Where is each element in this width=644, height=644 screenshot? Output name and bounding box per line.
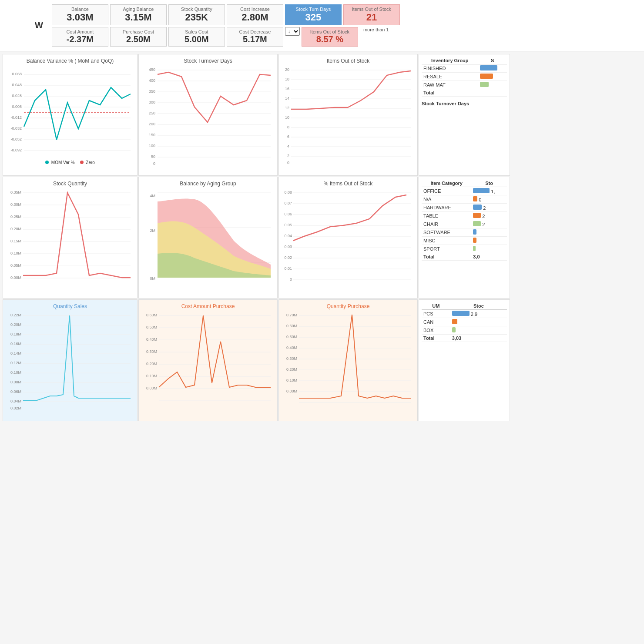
kpi-balance: Balance 3.03M: [52, 4, 108, 25]
svg-text:-0.052: -0.052: [10, 137, 22, 141]
table-row: HARDWARE 2: [422, 204, 507, 212]
chart-qty-sales: 0.22M 0.20M 0.18M 0.16M 0.14M 0.12M 0.10…: [7, 311, 133, 407]
svg-text:0.15M: 0.15M: [10, 239, 21, 243]
panel-pct-items-out: % Items Out of Stock 0.08 0.07 0.06 0.05…: [278, 177, 418, 299]
svg-text:0.08: 0.08: [284, 190, 292, 195]
svg-text:0.01: 0.01: [284, 266, 292, 271]
panel-items-out: Items Out of Stock 20 18 16 14 12 10 8: [278, 54, 418, 176]
svg-text:0.40M: 0.40M: [286, 345, 297, 350]
table-row: TABLE 2: [422, 212, 507, 220]
svg-text:0.03: 0.03: [284, 245, 292, 249]
panel-inventory-table: Inventory Group S FINISHED RESALE RAW MA…: [419, 54, 510, 176]
table-row: BOX: [422, 326, 507, 335]
chart-stock-turnover: 450 400 350 300 250 200 150 100 50 0: [142, 66, 273, 161]
panel-cost-purchase: Cost Amount Purchase 0.60M 0.50M 0.40M 0…: [138, 299, 278, 421]
svg-text:0.20M: 0.20M: [10, 227, 21, 231]
svg-text:0.60M: 0.60M: [146, 313, 157, 317]
svg-text:0.068: 0.068: [12, 72, 22, 76]
chart-stock-qty: 0.35M 0.30M 0.25M 0.20M 0.15M 0.10M 0.05…: [7, 188, 133, 284]
svg-text:12: 12: [285, 106, 289, 110]
svg-text:0.028: 0.028: [12, 94, 22, 98]
svg-text:4M: 4M: [150, 194, 155, 198]
table-total-row: Total 3,0: [422, 253, 507, 261]
table-row: CAN: [422, 318, 507, 326]
svg-text:0.70M: 0.70M: [286, 313, 297, 317]
svg-text:0.05M: 0.05M: [10, 263, 21, 268]
kpi-items-out-top: Items Out of Stock 21: [343, 4, 400, 25]
svg-text:0.30M: 0.30M: [286, 356, 297, 361]
panel-um-table: UM Stoc PCS 2,9 CAN BOX: [419, 299, 510, 421]
svg-text:-0.092: -0.092: [10, 148, 22, 152]
col-inventory-group: Inventory Group: [422, 57, 478, 64]
svg-text:0.07: 0.07: [284, 201, 292, 205]
svg-text:0.00M: 0.00M: [146, 386, 157, 390]
table-row: RAW MAT: [422, 81, 507, 89]
svg-text:0: 0: [290, 277, 292, 282]
svg-text:0.22M: 0.22M: [10, 313, 21, 317]
svg-text:-0.012: -0.012: [10, 115, 22, 120]
kpi-purchase-cost: Purchase Cost 2.50M: [110, 27, 167, 47]
kpi-aging-balance: Aging Balance 3.15M: [110, 4, 167, 25]
panel-stock-qty: Stock Quantity 0.35M 0.30M 0.25M 0.20M 0…: [3, 177, 138, 299]
svg-text:0.20M: 0.20M: [146, 362, 157, 366]
panel-stock-turnover: Stock Turnover Days 450 400 350 300 250 …: [138, 54, 278, 176]
svg-text:20: 20: [285, 67, 289, 72]
svg-text:0.35M: 0.35M: [10, 190, 21, 195]
table-row: FINISHED: [422, 64, 507, 73]
filter-dropdown[interactable]: ↓: [285, 27, 300, 36]
panel-item-table: Item Category Sto OFFICE 1, N/A 0 HARDWA…: [419, 177, 510, 299]
svg-text:0.08M: 0.08M: [10, 380, 21, 384]
kpi-cost-amount: Cost Amount -2.37M: [52, 27, 108, 47]
kpi-sales-cost: Sales Cost 5.00M: [168, 27, 225, 47]
svg-text:300: 300: [149, 100, 155, 104]
table-row: CHAIR 2: [422, 220, 507, 228]
table-total-row: Total: [422, 89, 507, 97]
col-item-sto: Sto: [471, 180, 507, 187]
main-content: Balance Variance % ( MoM and QoQ) 0.068 …: [0, 51, 644, 644]
svg-text:4: 4: [287, 144, 289, 148]
svg-text:14: 14: [285, 96, 289, 101]
table-row: SPORT: [422, 245, 507, 253]
svg-text:0.02: 0.02: [284, 255, 292, 260]
chart-qty-purchase: 0.70M 0.60M 0.50M 0.40M 0.30M 0.20M 0.10…: [282, 311, 413, 407]
kpi-top-row: Balance 3.03M Aging Balance 3.15M Stock …: [52, 4, 635, 25]
dropdown-spacer: ↓: [285, 27, 300, 47]
svg-text:0.16M: 0.16M: [10, 342, 21, 346]
svg-text:0.50M: 0.50M: [146, 325, 157, 329]
panel-qty-sales: Quantity Sales 0.22M 0.20M 0.18M 0.16M 0…: [3, 299, 138, 421]
svg-text:400: 400: [149, 78, 155, 83]
table-row: OFFICE 1,: [422, 187, 507, 195]
table-row: PCS 2,9: [422, 310, 507, 318]
chart-items-out: 20 18 16 14 12 10 8 6 4 2 0: [282, 66, 413, 161]
svg-text:0.60M: 0.60M: [286, 324, 297, 328]
svg-text:0: 0: [153, 161, 155, 166]
col-inventory-s: S: [478, 57, 507, 64]
svg-text:0.25M: 0.25M: [10, 215, 21, 219]
svg-text:0.10M: 0.10M: [10, 251, 21, 255]
svg-text:0.30M: 0.30M: [10, 202, 21, 207]
table-row: MISC: [422, 237, 507, 245]
kpi-cost-decrease: Cost Decrease 5.17M: [227, 27, 283, 47]
col-stoc: Stoc: [450, 302, 507, 310]
more-than-label: more than 1: [363, 27, 389, 47]
legend-zero: Zero: [80, 160, 95, 165]
col-item-cat: Item Category: [422, 180, 471, 187]
dashboard: W Balance 3.03M Aging Balance 3.15M Stoc…: [0, 0, 644, 644]
svg-text:0.008: 0.008: [12, 104, 22, 109]
svg-text:350: 350: [149, 89, 155, 94]
inventory-label: Stock Turnover Days: [422, 101, 507, 106]
svg-text:0.00M: 0.00M: [286, 389, 297, 393]
chart-balance-variance: 0.068 0.048 0.028 0.008 -0.012 -0.032 -0…: [7, 66, 133, 157]
svg-text:6: 6: [287, 134, 289, 139]
legend-mom: MOM Var %: [45, 160, 75, 165]
svg-text:250: 250: [149, 111, 155, 115]
svg-text:0.06M: 0.06M: [10, 389, 21, 394]
svg-text:0.02M: 0.02M: [10, 406, 21, 410]
svg-text:18: 18: [285, 77, 289, 81]
svg-text:0.04M: 0.04M: [10, 399, 21, 403]
svg-text:0.20M: 0.20M: [10, 322, 21, 327]
svg-text:-0.032: -0.032: [10, 126, 22, 131]
svg-text:0.10M: 0.10M: [146, 374, 157, 378]
kpi-cost-increase: Cost Increase 2.80M: [227, 4, 283, 25]
kpi-stock-turn-days: Stock Turn Days 325: [285, 4, 342, 25]
